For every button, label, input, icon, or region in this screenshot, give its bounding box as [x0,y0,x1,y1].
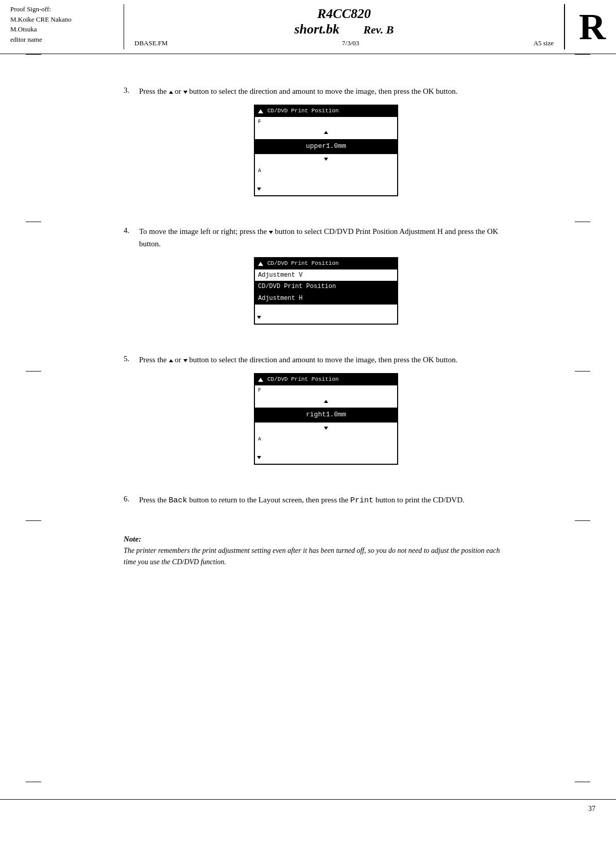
screen2-row-selected-2: Adjustment H [255,293,397,305]
margin-mark-mid-right-1 [575,222,590,222]
footer: 37 [0,799,616,818]
step-4-body: To move the image left or right; press t… [139,225,513,335]
margin-mark-top-right [575,54,590,55]
triangle-down-icon [183,91,187,94]
screen3-bottom-arrow [255,452,397,464]
screen2-row-adj-v: Adjustment V [255,269,397,281]
row-f-label: F [258,119,261,126]
margin-mark-mid-left-1 [26,222,41,222]
screen3-row-f-label: F [258,387,261,394]
screen1-empty-row [255,176,397,183]
screen3-topbar-text: CD/DVD Print Position [267,375,339,384]
note-section: Note: The printer remembers the print ad… [124,533,513,568]
screen1-row-f: F [255,117,397,127]
triangle-up-icon-2 [169,359,173,362]
screen3-row-a-label: A [258,436,261,443]
step-6-body: Press the Back button to return to the L… [139,494,513,514]
header-center: R4CC820 short.bk Rev. B DBASE.FM 7/3/03 … [124,4,564,49]
margin-mark-top-left [26,54,41,55]
screen1-value: upper1.0mm [306,142,346,150]
margin-mark-mid-right-3 [575,520,590,521]
page: Proof Sign-off: M.Koike CRE Nakano M.Ots… [0,0,616,844]
screen2-topbar-text: CD/DVD Print Position [267,259,339,268]
screen1-down-arrow [255,154,397,166]
note-text: The printer remembers the print adjustme… [124,545,513,568]
margin-mark-mid-left-2 [26,371,41,372]
content: 3. Press the or button to select the dir… [0,54,616,599]
name3: editor name [10,36,42,43]
screen3-selected-row: right1.0mm [255,408,397,423]
screen1-mockup: CD/DVD Print Position F upper1.0mm [254,105,398,196]
margin-mark-bot-right [575,782,590,782]
triangle-down-icon-2 [269,231,273,234]
print-monospace: Print [350,496,373,505]
screen3-empty-row [255,445,397,452]
step-3: 3. Press the or button to select the dir… [124,85,513,207]
screen3-row-a: A [255,434,397,445]
name1: M.Koike CRE Nakano [10,15,72,23]
screen1-bottom-arrow [255,183,397,195]
step-4-text: To move the image left or right; press t… [139,225,513,250]
row-a-label: A [258,167,261,175]
screen1-topbar-text: CD/DVD Print Position [267,107,339,116]
step-5-num: 5. [124,353,139,475]
screen1-row-a: A [255,166,397,176]
header-left: Proof Sign-off: M.Koike CRE Nakano M.Ots… [10,4,124,49]
screen2-row-selected-1: CD/DVD Print Position [255,281,397,293]
step-4-num: 4. [124,225,139,335]
page-number: 37 [588,805,595,813]
margin-mark-mid-left-3 [26,520,41,521]
doc-title: R4CC820 short.bk Rev. B [134,6,554,37]
step-3-text: Press the or button to select the direct… [139,85,513,97]
screen3-mockup: CD/DVD Print Position F right1.0mm [254,373,398,465]
header-logo: R [564,4,606,49]
screen2-selected-text1: CD/DVD Print Position [258,282,336,291]
screen-triangle-up-icon [258,109,263,113]
step-4: 4. To move the image left or right; pres… [124,225,513,335]
step-6-text: Press the Back button to return to the L… [139,494,513,507]
screen2-empty-row [255,305,397,312]
screen2-adj-v-text: Adjustment V [258,271,302,280]
step-6: 6. Press the Back button to return to th… [124,494,513,514]
screen3-row-f: F [255,385,397,396]
screen3-value: right1.0mm [306,411,346,418]
screen3-up-arrow [255,396,397,408]
rev-label: Rev. B [363,23,393,36]
filesize: A5 size [534,39,554,47]
screen3-down-arrow [255,423,397,434]
step-6-num: 6. [124,494,139,514]
screen2-bottom-arrow [255,312,397,324]
screen1-selected-row: upper1.0mm [255,139,397,154]
filename: DBASE.FM [134,39,168,47]
step-3-num: 3. [124,85,139,207]
note-label: Note: [124,533,513,545]
step-5-text: Press the or button to select the direct… [139,353,513,366]
screen1-up-arrow [255,127,397,139]
step-3-body: Press the or button to select the direct… [139,85,513,207]
screen2-mockup: CD/DVD Print Position Adjustment V CD/DV… [254,257,398,325]
back-monospace: Back [169,496,187,505]
screen3-topbar: CD/DVD Print Position [255,374,397,385]
triangle-down-icon-3 [183,359,187,362]
screen1-topbar: CD/DVD Print Position [255,106,397,117]
sub-info: DBASE.FM 7/3/03 A5 size [134,39,554,47]
step-5-body: Press the or button to select the direct… [139,353,513,475]
screen2-triangle-up-icon [258,262,263,266]
name2: M.Otsuka [10,25,37,33]
screen3-triangle-up-icon [258,378,263,382]
margin-mark-bot-left [26,782,41,782]
margin-mark-mid-right-2 [575,371,590,372]
step-5: 5. Press the or button to select the dir… [124,353,513,475]
proof-signoff-label: Proof Sign-off: [10,5,51,13]
triangle-up-icon [169,91,173,94]
screen2-selected-text2: Adjustment H [258,294,302,303]
header: Proof Sign-off: M.Koike CRE Nakano M.Ots… [0,0,616,54]
screen2-topbar: CD/DVD Print Position [255,258,397,269]
filedate: 7/3/03 [342,39,359,47]
